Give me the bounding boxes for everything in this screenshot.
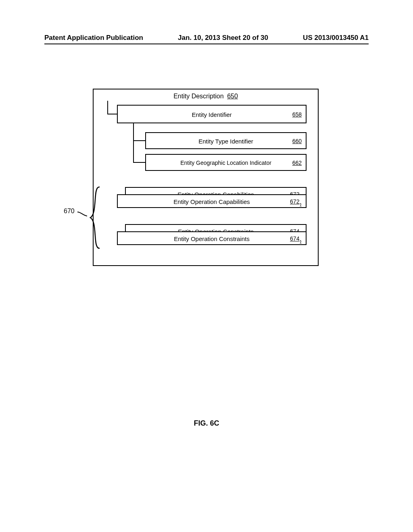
header-center: Jan. 10, 2013 Sheet 20 of 30 [178,34,268,42]
entity-type-identifier-box: Entity Type Identifier 660 [145,132,307,149]
entity-geo-ref: 662 [292,160,302,166]
brace-670 [89,185,101,250]
tree-branch-662 [133,162,145,163]
entity-capabilities-box-1: Entity Operation Capabilities 6721 [117,194,307,208]
tree-trunk-main [107,101,108,114]
header-left: Patent Application Publication [44,34,143,42]
entity-description-ref: 650 [227,93,238,100]
tree-branch-658 [107,114,117,114]
entity-constraints-label-1: Entity Operation Constraints [118,235,306,242]
entity-identifier-label: Entity Identifier [118,111,306,118]
entity-constraints-box-1: Entity Operation Constraints 6741 [117,231,307,245]
header-rule [44,44,369,44]
entity-identifier-ref: 658 [292,111,302,118]
tree-trunk-sub [133,123,134,163]
entity-constraints-ref-1: 6741 [290,235,302,243]
entity-geo-box: Entity Geographic Location Indicator 662 [145,154,307,171]
entity-type-identifier-label: Entity Type Identifier [146,138,306,145]
entity-capabilities-label-1: Entity Operation Capabilities [118,198,306,205]
entity-capabilities-ref-1: 6721 [290,198,302,206]
tree-branch-660 [133,140,145,141]
patent-page: Patent Application Publication Jan. 10, … [0,0,413,532]
header-right: US 2013/0013450 A1 [303,34,369,42]
figure-caption: FIG. 6C [0,419,413,428]
group-ref-leader [77,211,87,217]
page-header: Patent Application Publication Jan. 10, … [0,34,413,42]
entity-description-label: Entity Description [173,93,224,100]
entity-geo-label: Entity Geographic Location Indicator [146,160,306,166]
entity-type-identifier-ref: 660 [292,138,302,144]
entity-identifier-box: Entity Identifier 658 [117,105,307,123]
entity-description-title: Entity Description 650 [93,93,319,100]
diagram-area: Entity Description 650 Entity Identifier… [93,89,319,266]
group-ref-670: 670 [64,208,75,215]
